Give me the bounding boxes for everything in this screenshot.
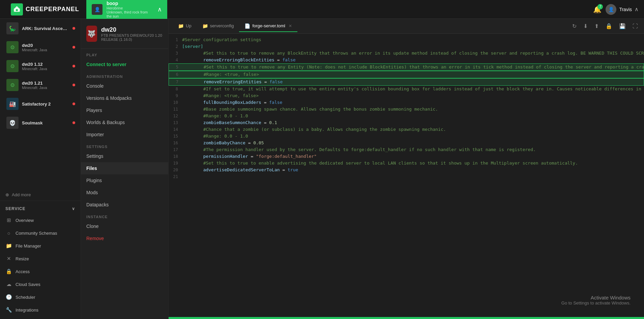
- line-content-4: removeErroringBlockEntities = false: [182, 57, 644, 63]
- service-item-scheduler[interactable]: 🕐 Scheduler: [0, 291, 81, 303]
- top-header: CREEPERPANEL 👤 boop Herobrine Unknown, t…: [0, 0, 644, 19]
- server-icon-dw20-121: ⚙: [6, 79, 19, 91]
- server-detail-title: dw20: [101, 26, 163, 33]
- tab-serverconfig[interactable]: 📁 serverconfig: [197, 21, 239, 32]
- folder-up-icon: 📁: [178, 23, 184, 29]
- clone-item[interactable]: Clone: [81, 220, 168, 232]
- tab-up[interactable]: 📁 Up: [173, 21, 197, 32]
- server-detail-info: dw20 FTB PRESENTS DIREWOLF20 1.20 RELEAS…: [101, 26, 163, 41]
- service-item-filemanager[interactable]: 📁 File Manager: [0, 239, 81, 252]
- server-name-dw20-112: dw20 1.12: [22, 62, 69, 67]
- line-content-7: removeErroringEntities = false: [182, 79, 644, 85]
- filemanager-icon: 📁: [5, 242, 12, 249]
- connect-to-server-item[interactable]: Connect to server: [81, 58, 168, 70]
- service-item-community[interactable]: ○ Community Schemas: [0, 227, 81, 239]
- line-num-17: 17: [169, 146, 182, 153]
- server-info-ark: ARK: Survival Ascended: [22, 26, 69, 31]
- settings-item[interactable]: Settings: [81, 150, 168, 162]
- editor-download-button[interactable]: ⬇: [581, 22, 590, 31]
- line-num-19: 19: [169, 160, 182, 167]
- notification-button[interactable]: 🔔 7: [593, 5, 602, 13]
- server-item-dw20-121[interactable]: ⚙ dw20 1.21 Minecraft: Java: [0, 76, 81, 94]
- code-line-17: 17 #The permission handler used by the s…: [169, 146, 644, 153]
- service-item-integrations-label: Integrations: [16, 308, 38, 313]
- add-icon: ⊕: [5, 192, 9, 197]
- plugins-item[interactable]: Plugins: [81, 174, 168, 186]
- integrations-icon: 🔧: [5, 307, 12, 313]
- add-more-button[interactable]: ⊕ Add more: [0, 189, 81, 201]
- clone-label: Clone: [86, 224, 99, 229]
- remove-item[interactable]: Remove: [81, 232, 168, 244]
- server-status-dw20: [72, 46, 75, 49]
- code-line-8: 8 #If set to true, it will attempt to us…: [169, 86, 644, 92]
- code-line-14: 14 #Chance that a zombie (or subclass) i…: [169, 126, 644, 133]
- server-icon-ark: 🦕: [6, 22, 19, 34]
- service-item-access[interactable]: 🔒 Access: [0, 265, 81, 278]
- code-line-5: 5 #Set this to true to remove any Entity…: [169, 63, 644, 71]
- line-num-2: 2: [169, 43, 182, 50]
- console-item[interactable]: Console: [81, 80, 168, 92]
- service-chevron-icon: ∨: [72, 206, 75, 211]
- banner-chevron-icon: ∧: [157, 6, 162, 13]
- line-content-6: #Range: <true, false>: [182, 71, 644, 78]
- line-num-5: 5: [169, 64, 182, 70]
- tab-forge-server[interactable]: 📄 forge-server.toml ✕: [239, 21, 297, 32]
- editor-refresh-button[interactable]: ↻: [570, 22, 579, 31]
- middle-nav: 🐺 dw20 FTB PRESENTS DIREWOLF20 1.20 RELE…: [81, 19, 169, 319]
- code-lines: 1 #Server configuration settings 2 [serv…: [169, 34, 644, 183]
- line-content-12: #Range: 0.0 - 1.0: [182, 113, 644, 119]
- service-item-overview-label: Overview: [16, 218, 34, 223]
- server-detail-subtitle: FTB PRESENTS DIREWOLF20 1.20 RELEASE (1.…: [101, 33, 163, 41]
- remove-label: Remove: [86, 236, 104, 241]
- versions-item[interactable]: Versions & Modpacks: [81, 92, 168, 104]
- importer-item[interactable]: Importer: [81, 128, 168, 141]
- code-line-16: 16 zombieBabyChance = 0.05: [169, 140, 644, 146]
- line-content-10: fullBoundingBoxLadders = false: [182, 99, 644, 106]
- server-banner-subtitle2: Unknown, third rock from the sun: [107, 10, 153, 18]
- server-item-dw20-112[interactable]: ⚙ dw20 1.12 Minecraft: Java: [0, 57, 81, 76]
- server-item-dw20[interactable]: ⚙ dw20 Minecraft: Java: [0, 38, 81, 57]
- editor-lock-button[interactable]: 🔒: [604, 22, 614, 31]
- editor-save-button[interactable]: 💾: [617, 22, 628, 31]
- service-header[interactable]: SERVICE ∨: [0, 204, 81, 214]
- code-line-11: 11 #Base zombie summoning spawn chance. …: [169, 106, 644, 113]
- code-line-9: 9 #Range: <true, false>: [169, 92, 644, 99]
- service-item-scheduler-label: Scheduler: [16, 295, 35, 300]
- user-menu[interactable]: 👤 Travis ∧: [606, 4, 639, 15]
- server-item-ark[interactable]: 🦕 ARK: Survival Ascended: [0, 19, 81, 38]
- service-item-overview[interactable]: ⊞ Overview: [0, 214, 81, 227]
- service-item-resize[interactable]: ✕ Resize: [0, 252, 81, 265]
- line-content-13: zombieBaseSummonChance = 0.1: [182, 119, 644, 126]
- line-num-1: 1: [169, 36, 182, 43]
- server-item-soulmask[interactable]: 💀 Soulmask: [0, 113, 81, 132]
- resize-icon: ✕: [5, 255, 12, 262]
- mods-item[interactable]: Mods: [81, 186, 168, 199]
- code-line-4: 4 removeErroringBlockEntities = false: [169, 57, 644, 63]
- code-line-6: 6 #Range: <true, false>: [169, 71, 644, 78]
- editor-fullscreen-button[interactable]: ⛶: [631, 22, 640, 31]
- code-editor[interactable]: 1 #Server configuration settings 2 [serv…: [169, 34, 644, 317]
- service-item-cloudsaves[interactable]: ☁ Cloud Saves: [0, 278, 81, 291]
- server-banner-name: boop: [107, 1, 153, 6]
- line-content-20: advertiseDedicatedServerToLan = true: [182, 167, 644, 173]
- line-content-19: #Set this to true to enable advertising …: [182, 160, 644, 167]
- line-num-8: 8: [169, 86, 182, 92]
- tab-close-icon[interactable]: ✕: [289, 24, 292, 28]
- code-line-15: 15 #Range: 0.0 - 1.0: [169, 133, 644, 140]
- server-item-satisfactory[interactable]: 🏭 Satisfactory 2: [0, 94, 81, 113]
- tab-up-label: Up: [186, 23, 192, 28]
- play-section-label: PLAY: [81, 49, 168, 58]
- service-item-integrations[interactable]: 🔧 Integrations: [0, 303, 81, 316]
- players-item[interactable]: Players: [81, 104, 168, 116]
- service-item-cloudsaves-label: Cloud Saves: [16, 282, 40, 287]
- header-left: CREEPERPANEL 👤 boop Herobrine Unknown, t…: [5, 0, 167, 19]
- editor-upload-button[interactable]: ⬆: [592, 22, 601, 31]
- files-item[interactable]: Files: [81, 162, 168, 174]
- datapacks-item[interactable]: Datapacks: [81, 199, 168, 211]
- line-content-5: #Set this to true to remove any Entity (…: [182, 64, 644, 70]
- worlds-backups-item[interactable]: Worlds & Backups: [81, 116, 168, 128]
- server-status-satisfactory: [72, 103, 75, 105]
- server-banner[interactable]: 👤 boop Herobrine Unknown, third rock fro…: [86, 0, 167, 19]
- server-status-soulmask: [72, 121, 75, 124]
- tab-serverconfig-label: serverconfig: [210, 23, 234, 28]
